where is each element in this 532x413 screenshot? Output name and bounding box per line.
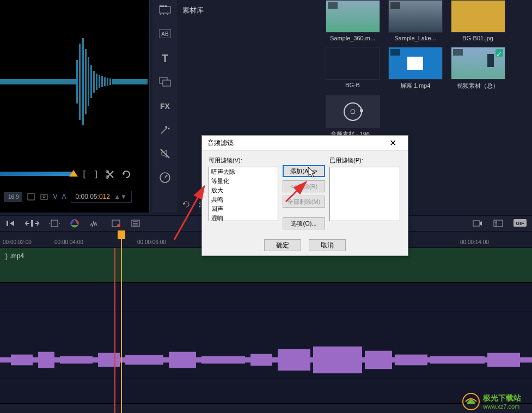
svg-point-31: [344, 103, 362, 120]
audio-tool-icon[interactable]: [157, 147, 173, 161]
adjust-icon[interactable]: [493, 219, 504, 228]
loop-icon[interactable]: [121, 169, 131, 179]
text-tool-icon[interactable]: T: [157, 51, 173, 65]
watermark-name: 极光下载站: [483, 393, 521, 403]
svg-rect-13: [109, 78, 111, 85]
svg-rect-54: [250, 354, 272, 366]
timecode-frames: 012: [99, 193, 110, 201]
ruler-tick: 00:00:14:00: [460, 239, 489, 245]
marker-icon[interactable]: [131, 219, 140, 228]
audio-disc-icon: [342, 101, 364, 123]
filter-item[interactable]: 放大: [209, 186, 278, 195]
scrubber-handle[interactable]: [69, 170, 78, 177]
svg-text:FX: FX: [160, 102, 170, 110]
filter-item[interactable]: 共鸣: [209, 195, 278, 204]
svg-rect-3: [82, 38, 84, 125]
audio-filter-dialog: 音频滤镜 ✕ 可用滤镜(V): 嗒声去除 等量化 放大 共鸣 回声 混响 删除噪…: [201, 135, 408, 256]
media-thumb[interactable]: 音频素材 - 196...: [324, 95, 381, 138]
media-thumb[interactable]: Sample_360.m...: [324, 0, 381, 41]
filter-item[interactable]: 混响: [209, 214, 278, 221]
timecode-prefix: 0:00:05:: [76, 193, 99, 201]
record-icon[interactable]: [472, 219, 483, 228]
dialog-titlebar[interactable]: 音频滤镜 ✕: [202, 136, 408, 151]
color-wheel-icon[interactable]: [70, 218, 80, 228]
waveform-svg: [0, 27, 150, 136]
audio-track[interactable]: [0, 341, 532, 379]
overlay-track[interactable]: [0, 283, 532, 312]
resize-icon[interactable]: [27, 192, 35, 201]
svg-rect-35: [31, 220, 33, 227]
svg-rect-17: [28, 193, 34, 200]
mark-out-icon[interactable]: ]: [94, 169, 99, 179]
filter-item[interactable]: 等量化: [209, 177, 278, 186]
applied-filters-list[interactable]: [329, 167, 400, 221]
fx-tool-icon[interactable]: FX: [157, 99, 173, 113]
prev-edit-icon[interactable]: [5, 218, 15, 228]
playhead[interactable]: [121, 232, 122, 413]
add-button[interactable]: 添加(A)>>: [283, 165, 325, 177]
a-mode-icon[interactable]: A: [62, 193, 66, 201]
wand-tool-icon[interactable]: [157, 123, 173, 137]
ok-button[interactable]: 确定: [264, 239, 301, 251]
audio-waveform: [0, 341, 532, 379]
filter-item[interactable]: 嗒声去除: [209, 167, 278, 177]
svg-point-19: [43, 196, 45, 198]
media-tool-icon[interactable]: [157, 3, 173, 17]
svg-rect-9: [99, 75, 100, 88]
scissors-icon[interactable]: [105, 169, 115, 179]
svg-text:T: T: [161, 52, 168, 63]
svg-rect-57: [365, 351, 392, 369]
check-icon: ✓: [496, 49, 503, 57]
music-track[interactable]: [0, 379, 532, 404]
svg-rect-6: [90, 65, 92, 98]
aspect-ratio-label[interactable]: 16:9: [4, 192, 22, 202]
title-track[interactable]: [0, 312, 532, 342]
svg-point-39: [117, 224, 120, 227]
svg-rect-11: [104, 77, 106, 86]
options-button[interactable]: 选项(O)...: [283, 217, 325, 229]
filter-item[interactable]: 回声: [209, 204, 278, 214]
playhead-handle[interactable]: [118, 230, 125, 239]
svg-rect-50: [98, 353, 120, 367]
watermark-logo-icon: [462, 393, 480, 410]
svg-rect-58: [395, 355, 427, 366]
preview-scrubber[interactable]: [0, 172, 74, 176]
watermark-url: www.xz7.com: [483, 403, 521, 410]
v-mode-icon[interactable]: V: [53, 193, 57, 201]
slip-icon[interactable]: [49, 219, 60, 228]
available-filters-list[interactable]: 嗒声去除 等量化 放大 共鸣 回声 混响 删除噪音 声音降低: [209, 167, 278, 221]
svg-rect-41: [473, 221, 480, 226]
svg-rect-60: [487, 353, 520, 367]
remove-button[interactable]: <<删除(R): [283, 180, 325, 192]
trim-icon[interactable]: [25, 219, 39, 228]
refresh-icon[interactable]: [182, 201, 192, 208]
cancel-button[interactable]: 取消: [309, 239, 346, 251]
gif-export-icon[interactable]: GIF: [513, 219, 527, 227]
close-button[interactable]: ✕: [383, 136, 402, 151]
svg-point-32: [351, 110, 355, 114]
timecode-display[interactable]: 0:00:05:012 ▲▼: [71, 191, 132, 203]
media-thumb[interactable]: Sample_Lake...: [387, 0, 444, 41]
chapter-icon[interactable]: [111, 219, 121, 228]
gauge-tool-icon[interactable]: [157, 171, 173, 185]
media-thumb[interactable]: 屏幕 1.mp4: [387, 47, 444, 90]
svg-rect-55: [278, 349, 310, 371]
overlay-tool-icon[interactable]: [157, 75, 173, 89]
svg-rect-0: [0, 79, 76, 84]
svg-rect-7: [93, 71, 95, 93]
media-thumb[interactable]: BG-B: [324, 47, 381, 90]
screenshot-icon[interactable]: [40, 192, 48, 201]
thumbnail-grid: Sample_360.m... Sample_Lake... BG-B01.jp…: [319, 0, 532, 138]
svg-rect-34: [7, 221, 8, 226]
mark-in-icon[interactable]: [: [82, 169, 87, 179]
media-thumb[interactable]: BG-B01.jpg: [449, 0, 506, 41]
media-thumb[interactable]: ✓ 视频素材（总）: [449, 47, 506, 90]
ab-tool-icon[interactable]: AB: [157, 27, 173, 41]
svg-point-33: [360, 109, 363, 112]
preview-panel: [ ] 16:9 V A 0:00:05:012 ▲▼: [0, 0, 150, 212]
svg-rect-21: [160, 5, 162, 7]
svg-rect-48: [38, 352, 54, 368]
audio-mixer-icon[interactable]: [89, 219, 101, 228]
remove-all-button[interactable]: 全部删除(M): [283, 196, 325, 208]
marker-line[interactable]: [114, 248, 115, 413]
